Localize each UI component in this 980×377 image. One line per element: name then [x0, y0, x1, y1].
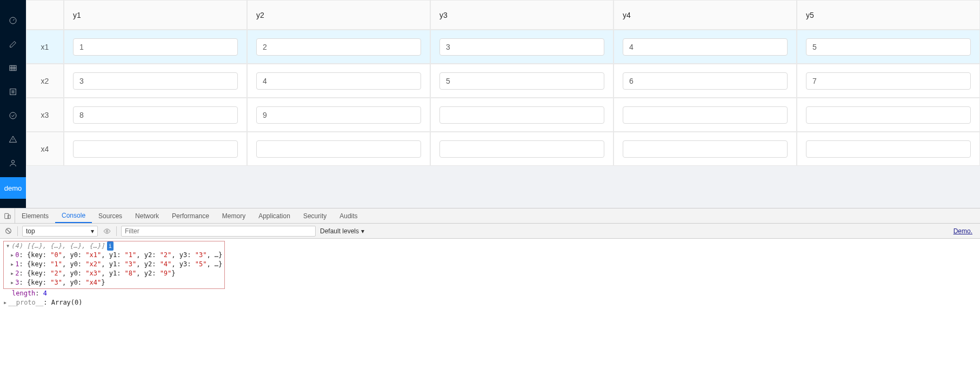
devtools-tab-network[interactable]: Network — [129, 208, 165, 223]
cell-input[interactable] — [73, 38, 238, 56]
expand-arrow-icon[interactable]: ▸ — [10, 251, 14, 259]
grid-cell — [64, 64, 247, 98]
cell-input[interactable] — [623, 38, 788, 56]
grid-cell — [797, 132, 980, 166]
check-circle-icon[interactable] — [0, 104, 26, 127]
svg-point-3 — [10, 112, 16, 119]
grid-cell — [247, 98, 430, 132]
expand-arrow-icon[interactable]: ▸ — [3, 299, 7, 306]
chevron-down-icon: ▾ — [361, 227, 364, 235]
grid-cell — [614, 30, 797, 64]
svg-rect-6 — [8, 215, 10, 218]
proto-value: Array(0) — [51, 299, 83, 306]
devtools-tab-memory[interactable]: Memory — [216, 208, 252, 223]
cell-input[interactable] — [806, 72, 971, 90]
row-header: x4 — [26, 132, 64, 166]
proto-key: __proto__ — [8, 299, 43, 306]
context-selector[interactable]: top▾ — [22, 226, 98, 237]
console-output: ▾(4) [{…}, {…}, {…}, {…}]i▸0: {key: "0",… — [0, 239, 980, 309]
devtools-tab-application[interactable]: Application — [252, 208, 297, 223]
console-array-item[interactable]: ▸1: {key: "1", y0: "x2", y1: "3", y2: "4… — [6, 260, 222, 269]
column-header[interactable]: y5 — [797, 0, 980, 30]
cell-input[interactable] — [439, 106, 604, 124]
grid-cell — [247, 132, 430, 166]
cell-input[interactable] — [73, 72, 238, 90]
sidebar-item-demo[interactable]: demo — [0, 177, 26, 199]
cell-input[interactable] — [439, 38, 604, 56]
expand-arrow-icon[interactable]: ▾ — [6, 242, 10, 250]
grid-cell — [797, 64, 980, 98]
grid-cell — [614, 132, 797, 166]
console-array-item[interactable]: ▸2: {key: "2", y0: "x3", y1: "8", y2: "9… — [6, 269, 222, 278]
log-levels-selector[interactable]: Default levels▾ — [320, 227, 364, 235]
expand-arrow-icon[interactable]: ▸ — [10, 279, 14, 286]
cell-input[interactable] — [73, 106, 238, 124]
devtools-tab-audits[interactable]: Audits — [333, 208, 364, 223]
cell-input[interactable] — [256, 140, 421, 158]
devtools-tab-performance[interactable]: Performance — [165, 208, 216, 223]
table-icon[interactable] — [0, 56, 26, 80]
cell-input[interactable] — [73, 140, 238, 158]
console-toolbar: top▾ Default levels▾ Demo. — [0, 224, 980, 239]
devtools-tab-console[interactable]: Console — [55, 208, 92, 223]
grid-cell — [430, 98, 614, 132]
column-header[interactable]: y1 — [64, 0, 247, 30]
expand-arrow-icon[interactable]: ▸ — [10, 260, 14, 268]
user-icon[interactable] — [0, 151, 26, 175]
grid-cell — [64, 98, 247, 132]
devtools-tab-sources[interactable]: Sources — [92, 208, 129, 223]
grid-cell — [64, 30, 247, 64]
row-header: x2 — [26, 64, 64, 98]
grid-cell — [430, 30, 614, 64]
cell-input[interactable] — [806, 140, 971, 158]
levels-label: Default levels — [320, 227, 359, 235]
array-summary: (4) [{…}, {…}, {…}, {…}] — [11, 242, 104, 250]
row-header: x3 — [26, 98, 64, 132]
devtools-tab-security[interactable]: Security — [297, 208, 333, 223]
svg-point-8 — [106, 230, 108, 232]
grid-cell — [247, 30, 430, 64]
cell-input[interactable] — [623, 140, 788, 158]
column-header[interactable]: y4 — [614, 0, 797, 30]
clear-console-icon[interactable] — [3, 226, 13, 236]
cell-input[interactable] — [623, 106, 788, 124]
grid-cell — [430, 132, 614, 166]
grid-cell — [614, 98, 797, 132]
column-header[interactable]: y2 — [247, 0, 430, 30]
grid-cell — [797, 30, 980, 64]
divider — [17, 226, 18, 236]
cell-input[interactable] — [256, 106, 421, 124]
length-value: 4 — [43, 290, 47, 297]
devtools-tab-elements[interactable]: Elements — [15, 208, 55, 223]
cell-input[interactable] — [806, 38, 971, 56]
cell-input[interactable] — [806, 106, 971, 124]
length-key: length — [12, 290, 35, 297]
console-array-box[interactable]: ▾(4) [{…}, {…}, {…}, {…}]i▸0: {key: "0",… — [3, 241, 225, 289]
sidebar-item-label: demo — [4, 184, 22, 192]
source-link[interactable]: Demo. — [954, 227, 977, 235]
dashboard-icon[interactable] — [0, 9, 26, 32]
cell-input[interactable] — [439, 72, 604, 90]
cell-input[interactable] — [256, 72, 421, 90]
devtools-tabs: ElementsConsoleSourcesNetworkPerformance… — [0, 208, 980, 224]
divider — [116, 226, 117, 236]
grid-cell — [430, 64, 614, 98]
cell-input[interactable] — [256, 38, 421, 56]
device-toggle-icon[interactable] — [0, 208, 15, 223]
expand-arrow-icon[interactable]: ▸ — [10, 270, 14, 277]
grid-cell — [797, 98, 980, 132]
info-badge-icon[interactable]: i — [107, 241, 114, 251]
live-expression-icon[interactable] — [102, 226, 112, 236]
row-header: x1 — [26, 30, 64, 64]
column-header[interactable]: y3 — [430, 0, 614, 30]
cell-input[interactable] — [439, 140, 604, 158]
console-array-item[interactable]: ▸3: {key: "3", y0: "x4"} — [6, 278, 222, 287]
console-array-item[interactable]: ▸0: {key: "0", y0: "x1", y1: "1", y2: "2… — [6, 251, 222, 260]
corner-cell — [26, 0, 64, 30]
warning-icon[interactable] — [0, 127, 26, 151]
edit-icon[interactable] — [0, 32, 26, 56]
chevron-down-icon: ▾ — [91, 227, 94, 235]
list-icon[interactable] — [0, 80, 26, 104]
filter-input[interactable] — [121, 226, 316, 237]
cell-input[interactable] — [623, 72, 788, 90]
